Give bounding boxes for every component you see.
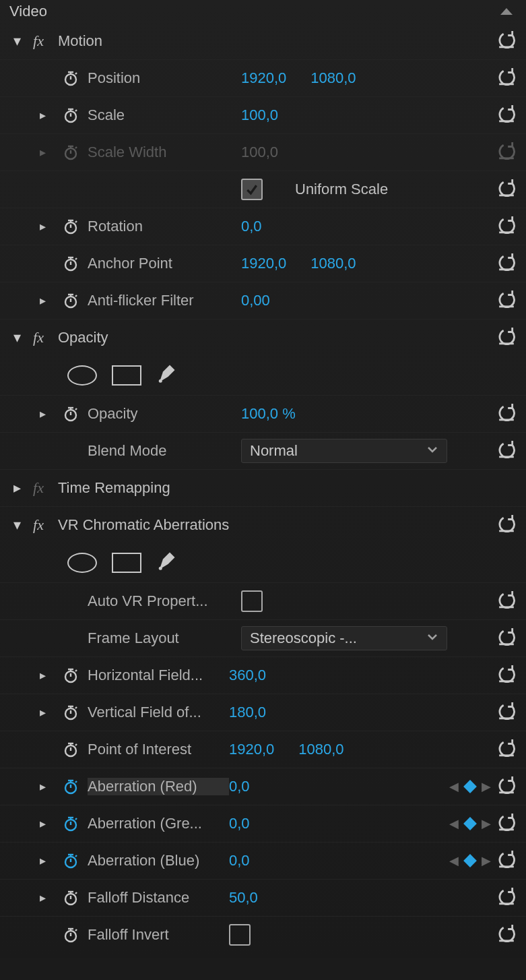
reset-param-button[interactable] — [495, 923, 518, 944]
value[interactable]: 0,0 — [229, 815, 250, 832]
prev-keyframe-button[interactable]: ◀ — [449, 816, 459, 831]
chevron-right-icon[interactable]: ▸ — [40, 219, 46, 234]
effect-title[interactable]: Time Remapping — [58, 479, 170, 497]
chevron-down-icon[interactable]: ▾ — [9, 329, 24, 346]
rectangle-mask-button[interactable] — [112, 553, 141, 573]
pen-mask-button[interactable] — [156, 363, 176, 388]
property-label: Scale Width — [88, 144, 241, 161]
stopwatch-icon[interactable] — [58, 406, 84, 422]
stopwatch-icon[interactable] — [58, 255, 84, 272]
stopwatch-icon[interactable] — [58, 816, 84, 832]
chevron-right-icon[interactable]: ▸ — [9, 479, 24, 497]
value[interactable]: 0,0 — [229, 852, 250, 869]
next-keyframe-button[interactable]: ▶ — [482, 816, 491, 831]
stopwatch-icon[interactable] — [58, 778, 84, 795]
uniform-scale-checkbox[interactable] — [241, 179, 263, 200]
reset-param-button[interactable] — [495, 104, 518, 124]
pen-mask-button[interactable] — [156, 551, 176, 575]
chevron-right-icon[interactable]: ▸ — [40, 406, 46, 421]
frame-layout-dropdown[interactable]: Stereoscopic -... — [241, 626, 447, 650]
stopwatch-icon[interactable] — [58, 293, 84, 309]
value[interactable]: 100,0 — [241, 106, 278, 124]
section-motion: ▾ fx Motion — [0, 23, 526, 59]
property-label: Aberration (Blue) — [88, 852, 229, 869]
chevron-right-icon[interactable]: ▸ — [40, 853, 46, 868]
value[interactable]: 0,00 — [241, 292, 270, 309]
chevron-right-icon[interactable]: ▸ — [40, 108, 46, 123]
reset-param-button[interactable] — [495, 627, 518, 647]
fx-badge-icon[interactable]: fx — [28, 479, 48, 497]
reset-param-button[interactable] — [495, 289, 518, 309]
stopwatch-icon[interactable] — [58, 218, 84, 235]
next-keyframe-button[interactable]: ▶ — [482, 779, 491, 794]
falloff-invert-checkbox[interactable] — [229, 924, 251, 946]
prev-keyframe-button[interactable]: ◀ — [449, 779, 459, 794]
fx-badge-icon[interactable]: fx — [28, 516, 48, 534]
reset-param-button[interactable] — [495, 215, 518, 235]
fx-badge-icon[interactable]: fx — [28, 32, 48, 50]
value-y[interactable]: 1080,0 — [298, 741, 343, 758]
panel-menu-icon[interactable] — [500, 8, 513, 15]
ellipse-mask-button[interactable] — [67, 553, 97, 573]
stopwatch-icon[interactable] — [58, 70, 84, 86]
add-keyframe-button[interactable] — [463, 780, 477, 793]
value-y[interactable]: 1080,0 — [310, 255, 356, 272]
blend-mode-dropdown[interactable]: Normal — [241, 439, 447, 463]
value[interactable]: 0,0 — [229, 778, 250, 795]
reset-effect-button[interactable] — [495, 514, 518, 534]
add-keyframe-button[interactable] — [463, 817, 477, 830]
next-keyframe-button[interactable]: ▶ — [482, 853, 491, 868]
reset-param-button[interactable] — [495, 178, 518, 198]
value[interactable]: 360,0 — [229, 667, 266, 684]
reset-param-button[interactable] — [495, 812, 518, 832]
stopwatch-icon[interactable] — [58, 890, 84, 906]
reset-effect-button[interactable] — [495, 326, 518, 346]
property-label: Blend Mode — [88, 442, 241, 460]
value-x[interactable]: 1920,0 — [229, 741, 274, 758]
chevron-right-icon[interactable]: ▸ — [40, 890, 46, 905]
reset-param-button[interactable] — [495, 664, 518, 684]
auto-vr-checkbox[interactable] — [241, 590, 263, 612]
chevron-down-icon[interactable]: ▾ — [9, 32, 24, 50]
reset-param-button[interactable] — [495, 701, 518, 721]
reset-param-button[interactable] — [495, 590, 518, 610]
reset-param-button[interactable] — [495, 775, 518, 795]
value[interactable]: 0,0 — [241, 218, 262, 235]
value[interactable]: 180,0 — [229, 704, 266, 721]
ellipse-mask-button[interactable] — [67, 365, 97, 386]
stopwatch-icon[interactable] — [58, 667, 84, 683]
value[interactable]: 100,0 % — [241, 405, 296, 423]
reset-param-button[interactable] — [495, 67, 518, 87]
effect-title[interactable]: VR Chromatic Aberrations — [58, 516, 229, 534]
chevron-down-icon[interactable]: ▾ — [9, 516, 24, 534]
value-y[interactable]: 1080,0 — [310, 69, 356, 87]
value-x[interactable]: 1920,0 — [241, 69, 286, 87]
reset-param-button[interactable] — [495, 738, 518, 758]
stopwatch-icon[interactable] — [58, 107, 84, 123]
reset-param-button[interactable] — [495, 849, 518, 869]
chevron-right-icon[interactable]: ▸ — [40, 816, 46, 831]
effect-title[interactable]: Motion — [58, 32, 102, 50]
fx-badge-icon[interactable]: fx — [28, 329, 48, 346]
stopwatch-icon[interactable] — [58, 741, 84, 758]
chevron-right-icon[interactable]: ▸ — [40, 668, 46, 683]
reset-param-button[interactable] — [495, 252, 518, 272]
add-keyframe-button[interactable] — [463, 854, 477, 867]
prev-keyframe-button[interactable]: ◀ — [449, 853, 459, 868]
property-label: Opacity — [88, 405, 241, 423]
value-x[interactable]: 1920,0 — [241, 255, 286, 272]
property-aberration-red: ▸ Aberration (Red) 0,0 ◀ ▶ — [0, 768, 526, 805]
value[interactable]: 50,0 — [229, 889, 258, 907]
stopwatch-icon[interactable] — [58, 704, 84, 721]
reset-param-button[interactable] — [495, 886, 518, 907]
reset-param-button[interactable] — [495, 439, 518, 460]
chevron-right-icon[interactable]: ▸ — [40, 705, 46, 720]
reset-param-button[interactable] — [495, 402, 518, 423]
chevron-right-icon[interactable]: ▸ — [40, 779, 46, 794]
rectangle-mask-button[interactable] — [112, 365, 141, 386]
stopwatch-icon[interactable] — [58, 853, 84, 869]
reset-effect-button[interactable] — [495, 30, 518, 50]
chevron-right-icon[interactable]: ▸ — [40, 293, 46, 308]
stopwatch-icon[interactable] — [58, 927, 84, 943]
effect-title[interactable]: Opacity — [58, 329, 108, 346]
